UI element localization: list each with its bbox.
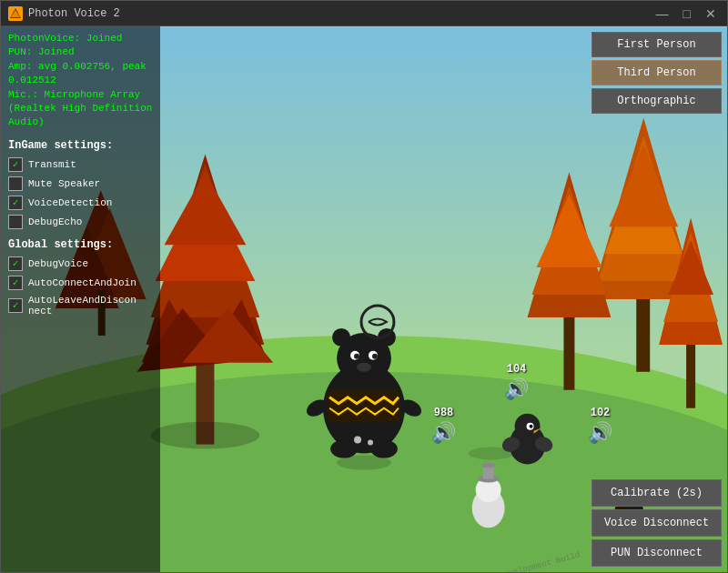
transmit-checkbox[interactable] [8,157,23,172]
status-line3: Amp: avg 0.002756, peak 0.012512 [8,60,153,88]
debug-voice-row: DebugVoice [8,256,153,271]
auto-connect-checkbox[interactable] [8,276,23,290]
app-icon [8,6,23,21]
status-block: PhotonVoice: Joined PUN: Joined Amp: avg… [8,32,153,130]
orthographic-button[interactable]: Orthographic [592,88,722,114]
titlebar: Photon Voice 2 — □ ✕ [1,1,727,26]
svg-point-37 [332,328,350,347]
auto-leave-row: AutoLeaveAndDiscon nect [8,295,153,317]
svg-rect-35 [328,390,400,422]
global-settings-title: Global settings: [8,238,153,251]
maximize-button[interactable]: □ [680,6,694,21]
svg-point-60 [530,425,533,428]
auto-connect-label: AutoConnectAndJoin [28,277,136,288]
speaker-104: 104 🔊 [504,363,529,402]
svg-point-44 [330,440,358,458]
debug-echo-checkbox[interactable] [8,215,23,229]
close-button[interactable]: ✕ [702,6,720,21]
voice-disconnect-button[interactable]: Voice Disconnect [592,509,722,537]
mute-speaker-label: Mute Speaker [28,178,100,189]
auto-connect-row: AutoConnectAndJoin [8,276,153,290]
window-title: Photon Voice 2 [28,7,647,20]
left-panel: PhotonVoice: Joined PUN: Joined Amp: avg… [1,26,160,572]
transmit-label: Transmit [28,159,76,170]
debug-voice-checkbox[interactable] [8,256,23,271]
svg-point-31 [151,422,260,449]
calibrate-button[interactable]: Calibrate (2s) [592,479,722,507]
svg-point-43 [357,363,371,372]
svg-rect-23 [563,308,574,390]
svg-rect-27 [686,336,695,408]
svg-marker-1 [11,10,20,17]
first-person-button[interactable]: First Person [592,32,722,57]
debug-voice-label: DebugVoice [28,258,88,269]
third-person-button[interactable]: Third Person [592,60,722,85]
view-buttons-panel: First Person Third Person Orthographic [586,26,727,119]
svg-point-41 [354,354,359,359]
app-window: Photon Voice 2 — □ ✕ [0,0,728,573]
voice-detection-row: VoiceDetection [8,196,153,210]
speaker-988: 988 🔊 [431,407,456,446]
mute-speaker-checkbox[interactable] [8,176,23,191]
transmit-row: Transmit [8,157,153,172]
debug-echo-label: DebugEcho [28,216,82,227]
minimize-button[interactable]: — [652,6,672,21]
status-line4: Mic.: Microphone Array (Realtek High Def… [8,88,153,130]
svg-point-49 [368,440,373,446]
action-buttons-panel: Calibrate (2s) Voice Disconnect PUN Disc… [586,474,727,572]
mute-speaker-row: Mute Speaker [8,176,153,191]
ingame-settings-title: InGame settings: [8,139,153,152]
svg-point-45 [370,440,398,458]
svg-point-42 [372,354,378,359]
voice-detection-label: VoiceDetection [28,197,112,208]
svg-point-48 [354,437,361,444]
speaker-102: 102 🔊 [588,407,612,446]
svg-point-55 [481,463,496,468]
speaker-988-label: 988 [434,407,454,419]
main-content: 104 🔊 988 🔊 102 🔊 Development Build Phot… [1,26,727,572]
pun-disconnect-button[interactable]: PUN Disconnect [592,539,722,567]
auto-leave-checkbox[interactable] [8,298,23,313]
debug-echo-row: DebugEcho [8,215,153,229]
speaker-104-label: 104 [507,363,527,376]
status-line2: PUN: Joined [8,45,153,59]
window-controls: — □ ✕ [652,6,720,21]
status-line1: PhotonVoice: Joined [8,32,153,45]
speaker-102-label: 102 [591,407,611,419]
voice-detection-checkbox[interactable] [8,196,23,210]
auto-leave-label: AutoLeaveAndDiscon nect [28,295,136,317]
